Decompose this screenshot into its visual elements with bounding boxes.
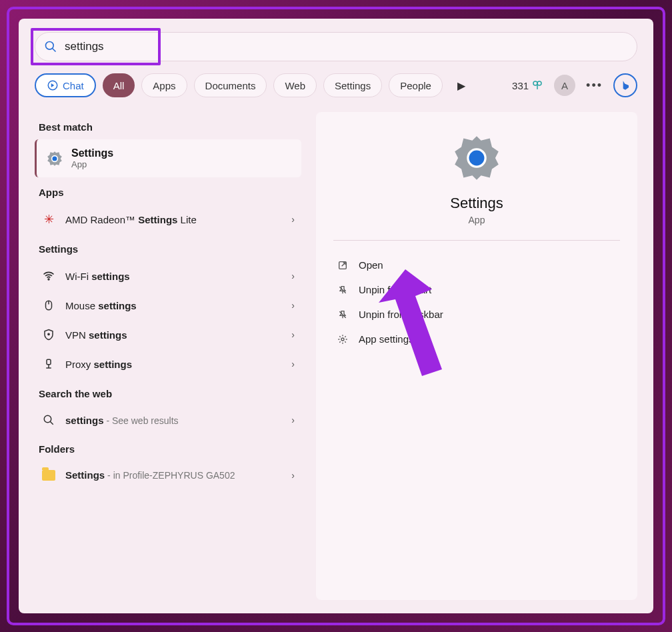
chevron-right-icon: › [291,214,295,225]
wifi-icon [41,269,56,283]
best-match-header: Best match [39,121,301,133]
user-avatar[interactable]: A [554,75,575,96]
svg-point-3 [533,81,537,85]
mouse-icon [41,299,56,312]
setting-wifi[interactable]: Wi-Fi settings › [35,261,301,291]
best-match-item[interactable]: Settings App [35,139,301,177]
filter-chat-label: Chat [63,80,84,91]
search-panel: Chat All Apps Documents Web Settings Peo… [19,19,653,613]
filter-people[interactable]: People [389,73,443,97]
filter-apps[interactable]: Apps [141,73,187,97]
rewards-icon [531,79,543,91]
best-match-subtitle: App [71,159,113,169]
chevron-right-icon: › [291,329,295,340]
setting-proxy[interactable]: Proxy settings › [35,349,301,379]
unpin-icon [336,285,349,295]
bing-icon [47,79,59,91]
detail-pane: Settings App Open Unpin from Start Unpin… [316,112,637,600]
app-result-amd[interactable]: ✳ AMD Radeon™ Settings Lite › [35,205,301,234]
search-icon [44,32,57,61]
gear-icon [46,150,63,167]
detail-title: Settings [450,195,503,212]
detail-subtitle: App [469,215,485,225]
shield-icon [41,328,56,341]
svg-point-17 [469,151,485,166]
web-header: Search the web [39,388,301,399]
folder-icon [42,470,55,481]
svg-point-6 [52,155,58,161]
svg-point-14 [44,415,51,423]
proxy-icon [41,357,56,371]
svg-point-7 [48,279,49,280]
action-open[interactable]: Open [333,253,620,277]
search-bar[interactable] [35,32,637,61]
open-icon [336,260,349,271]
chevron-right-icon: › [291,470,295,481]
filter-web[interactable]: Web [273,73,317,97]
results-column: Best match Settings App Apps ✳ AMD Ra [35,112,301,600]
settings-header: Settings [39,243,301,255]
filter-chat[interactable]: Chat [35,73,96,97]
web-search-item[interactable]: settings - See web results › [35,406,301,434]
chevron-right-icon: › [291,359,295,369]
gear-icon [336,334,349,345]
best-match-title: Settings [71,147,113,159]
search-icon [41,414,56,426]
filter-all[interactable]: All [103,73,135,97]
chevron-right-icon: › [291,415,295,425]
rewards-counter[interactable]: 331 [512,79,543,91]
filter-settings[interactable]: Settings [323,73,382,97]
chevron-right-icon: › [291,300,295,311]
svg-line-15 [50,421,53,425]
setting-vpn[interactable]: VPN settings › [35,320,301,349]
action-unpin-start[interactable]: Unpin from Start [333,277,620,302]
setting-mouse[interactable]: Mouse settings › [35,291,301,320]
svg-point-0 [46,42,54,50]
apps-header: Apps [39,187,301,198]
folders-header: Folders [39,443,301,455]
svg-point-21 [341,338,344,341]
svg-line-1 [53,49,56,52]
amd-icon: ✳ [42,213,55,226]
svg-point-4 [537,81,541,85]
bing-chat-button[interactable] [613,73,637,97]
bing-icon [619,79,632,92]
svg-point-10 [48,333,49,335]
more-options-icon[interactable]: ••• [586,79,603,93]
filter-bar: Chat All Apps Documents Web Settings Peo… [35,73,637,97]
action-unpin-taskbar[interactable]: Unpin from taskbar [333,302,620,327]
folder-item[interactable]: Settings - in Profile-ZEPHYRUS GA502 › [35,461,301,489]
search-input[interactable] [45,40,627,53]
filter-documents[interactable]: Documents [194,73,267,97]
chevron-right-icon: › [291,271,295,281]
action-app-settings[interactable]: App settings [333,327,620,351]
svg-rect-11 [47,359,51,365]
gear-icon [449,131,504,185]
unpin-icon [336,309,349,320]
filter-more-icon[interactable]: ▶ [449,73,473,97]
